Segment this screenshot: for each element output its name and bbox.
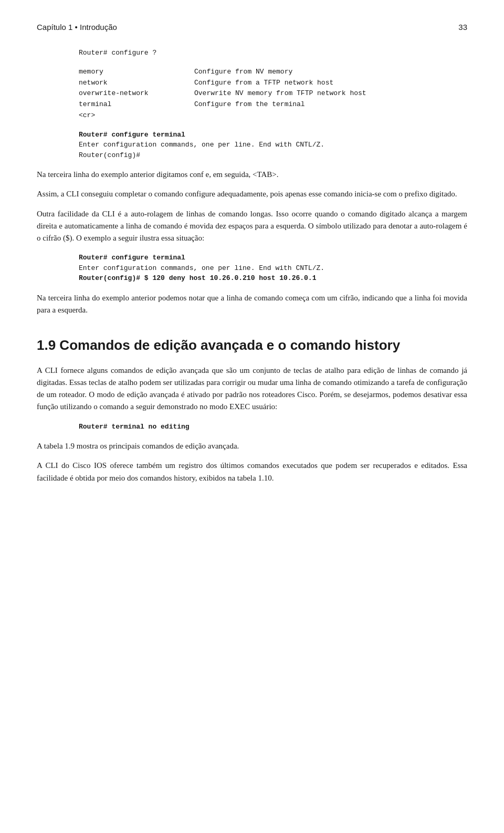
code2-line2: Enter configuration commands, one per li… bbox=[79, 263, 467, 274]
code-row-network: network Configure from a TFTP network ho… bbox=[79, 78, 467, 89]
paragraph-4: Na terceira linha do exemplo anterior po… bbox=[37, 292, 467, 317]
code-col-terminal-right: Configure from the terminal bbox=[194, 99, 467, 110]
code-col-terminal-left: terminal bbox=[79, 99, 194, 110]
code-row-overwrite: overwrite-network Overwrite NV memory fr… bbox=[79, 88, 467, 99]
paragraph-1: Na terceira linha do exemplo anterior di… bbox=[37, 169, 467, 181]
code-line-router-config-prompt: Router(config)# bbox=[79, 150, 467, 161]
chapter-title: Capítulo 1 • Introdução bbox=[37, 21, 117, 33]
paragraph-5: A CLI fornece alguns comandos de edição … bbox=[37, 365, 467, 413]
code-block-3: Router# terminal no editing bbox=[58, 422, 467, 432]
code-line-enter-config: Enter configuration commands, one per li… bbox=[79, 140, 467, 150]
code-col-cr-left: <cr> bbox=[79, 110, 194, 121]
paragraph-6: A tabela 1.9 mostra os principais comand… bbox=[37, 440, 467, 452]
page-number: 33 bbox=[458, 21, 467, 33]
code-line-configure: Router# configure ? bbox=[79, 49, 156, 57]
code-block-configure-terminal: Router# configure terminal Enter configu… bbox=[79, 130, 467, 161]
code2-line1: Router# configure terminal bbox=[79, 253, 467, 263]
code-col-memory-right: Configure from NV memory bbox=[194, 67, 467, 78]
page-header: Capítulo 1 • Introdução 33 bbox=[37, 21, 467, 33]
code-col-network-left: network bbox=[79, 78, 194, 89]
page: Capítulo 1 • Introdução 33 Router# confi… bbox=[0, 0, 504, 833]
section-heading-1-9: 1.9 Comandos de edição avançada e o coma… bbox=[37, 337, 467, 353]
code-col-overwrite-right: Overwrite NV memory from TFTP network ho… bbox=[194, 88, 467, 99]
code-row-cr: <cr> bbox=[79, 110, 467, 121]
code-row-memory: memory Configure from NV memory bbox=[79, 67, 467, 78]
code-row-terminal: terminal Configure from the terminal bbox=[79, 99, 467, 110]
paragraph-7: A CLI do Cisco IOS oferece também um reg… bbox=[37, 460, 467, 484]
code-col-memory-left: memory bbox=[79, 67, 194, 78]
code3-line1: Router# terminal no editing bbox=[79, 422, 467, 432]
code-col-network-right: Configure from a TFTP network host bbox=[194, 78, 467, 89]
code-col-cr-right bbox=[194, 110, 467, 121]
paragraph-3: Outra facilidade da CLI é a auto-rolagem… bbox=[37, 208, 467, 245]
code-block-2: Router# configure terminal Enter configu… bbox=[58, 253, 467, 284]
paragraph-2: Assim, a CLI conseguiu completar o coman… bbox=[37, 188, 467, 200]
code-block-1: Router# configure ? memory Configure fro… bbox=[58, 48, 467, 160]
code2-line3: Router(config)# $ 120 deny host 10.26.0.… bbox=[79, 273, 467, 284]
code-line-router-configure: Router# configure terminal bbox=[79, 130, 467, 140]
code-table-1: memory Configure from NV memory network … bbox=[79, 67, 467, 121]
code-col-overwrite-left: overwrite-network bbox=[79, 88, 194, 99]
